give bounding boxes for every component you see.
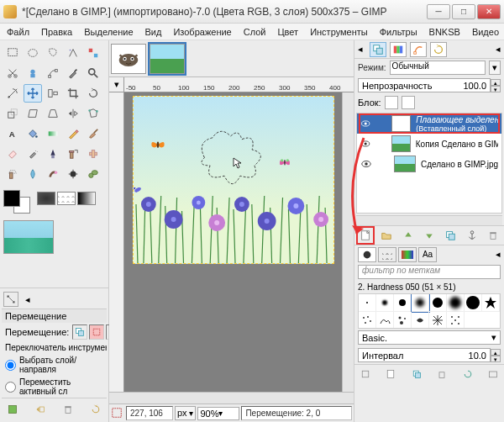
menu-bnksb[interactable]: BNKSB <box>424 25 465 39</box>
new-brush-button[interactable] <box>383 367 398 382</box>
crop-tool[interactable] <box>64 84 82 103</box>
brushes-tab[interactable] <box>358 247 376 262</box>
text-tool[interactable]: A <box>3 124 22 143</box>
close-button[interactable]: ✕ <box>477 4 501 19</box>
clone-tool[interactable] <box>64 145 82 163</box>
paths-tab[interactable] <box>410 42 427 57</box>
image-tab-1[interactable] <box>111 44 146 74</box>
flip-tool[interactable] <box>64 104 82 123</box>
measure-tool[interactable] <box>3 84 22 103</box>
active-brush-indicator[interactable] <box>37 192 55 205</box>
color-swatches[interactable] <box>3 190 30 214</box>
patterns-tab[interactable] <box>378 247 396 262</box>
shear-tool[interactable] <box>24 104 42 123</box>
blend-tool[interactable] <box>44 124 62 143</box>
visibility-eye-icon[interactable] <box>360 158 372 170</box>
delete-layer-button[interactable] <box>486 228 501 243</box>
layer-row-floating[interactable]: Плавающее выделение (Вставленный слой) <box>357 113 501 134</box>
perspective-clone-tool[interactable] <box>3 165 22 183</box>
menu-filters[interactable]: Фильтры <box>375 25 423 39</box>
quickmask-toggle[interactable] <box>111 407 124 420</box>
menu-image[interactable]: Изображение <box>168 25 236 39</box>
lock-alpha[interactable] <box>402 96 415 109</box>
pencil-tool[interactable] <box>64 124 82 143</box>
active-gradient-indicator[interactable] <box>77 192 96 205</box>
heal-tool[interactable] <box>84 145 102 163</box>
open-as-image-button[interactable] <box>486 367 501 382</box>
reset-options-icon[interactable] <box>88 402 103 417</box>
color-picker-tool[interactable] <box>64 64 82 82</box>
menu-edit[interactable]: Правка <box>36 25 77 39</box>
opacity-slider[interactable]: Непрозрачность 100.0 <box>358 78 491 92</box>
save-options-icon[interactable] <box>5 402 20 417</box>
active-image-thumb[interactable] <box>3 220 54 254</box>
move-layer-mode[interactable] <box>72 324 87 340</box>
delete-options-icon[interactable] <box>60 402 76 417</box>
opacity-spin-up[interactable]: ▴ <box>491 79 501 86</box>
pick-layer-radio[interactable] <box>5 360 16 371</box>
move-tool[interactable] <box>24 84 42 103</box>
menu-color[interactable]: Цвет <box>272 25 303 39</box>
paths-tool[interactable] <box>44 64 62 82</box>
airbrush-tool[interactable] <box>24 145 42 163</box>
duplicate-layer-button[interactable] <box>443 228 458 243</box>
cage-tool[interactable] <box>84 104 102 123</box>
spacing-spin-down[interactable]: ▾ <box>491 356 501 362</box>
ellipse-select-tool[interactable] <box>24 44 42 62</box>
ink-tool[interactable] <box>44 145 62 163</box>
menu-file[interactable]: Файл <box>2 25 34 39</box>
menu-video[interactable]: Видео <box>467 25 504 39</box>
channels-tab[interactable] <box>390 42 407 57</box>
vertical-scrollbar[interactable] <box>342 92 354 392</box>
blend-mode-select[interactable]: Обычный <box>390 61 486 75</box>
color-select-tool[interactable] <box>84 44 102 62</box>
fuzzy-select-tool[interactable] <box>64 44 82 62</box>
active-pattern-indicator[interactable] <box>57 192 76 205</box>
foreground-select-tool[interactable] <box>24 64 42 82</box>
gegl-tool[interactable] <box>84 165 102 183</box>
lock-pixels[interactable] <box>385 96 398 109</box>
new-group-button[interactable] <box>379 228 394 243</box>
gradients-tab[interactable] <box>398 247 417 262</box>
vertical-ruler[interactable] <box>109 92 124 392</box>
foreground-color[interactable] <box>3 190 20 207</box>
units-select[interactable]: px ▾ <box>175 406 196 420</box>
menu-layer[interactable]: Слой <box>239 25 271 39</box>
image-canvas[interactable] <box>133 96 334 264</box>
image-tab-2[interactable] <box>150 44 185 74</box>
lower-layer-button[interactable] <box>422 228 437 243</box>
minimize-button[interactable]: ─ <box>427 4 450 19</box>
perspective-tool[interactable] <box>44 104 62 123</box>
horizontal-ruler[interactable]: -50 50 100 150 200 250 300 350 400 <box>124 77 354 92</box>
smudge-tool[interactable] <box>44 165 62 183</box>
free-select-tool[interactable] <box>44 44 62 62</box>
raise-layer-button[interactable] <box>401 228 416 243</box>
brush-grid[interactable] <box>358 293 501 329</box>
menu-tools[interactable]: Инструменты <box>305 25 373 39</box>
visibility-eye-icon[interactable] <box>360 138 370 150</box>
dock-pin-icon[interactable]: ◂ <box>358 44 366 55</box>
blur-tool[interactable] <box>24 165 42 183</box>
rotate-tool[interactable] <box>84 84 102 103</box>
blend-mode-dropdown-icon[interactable]: ▾ <box>489 61 501 75</box>
edit-brush-button[interactable] <box>358 367 373 382</box>
paintbrush-tool[interactable] <box>84 124 102 143</box>
scale-tool[interactable] <box>3 104 22 123</box>
spacing-spin-up[interactable]: ▴ <box>491 349 501 356</box>
dock2-menu-arrow-icon[interactable]: ◂ <box>496 249 501 260</box>
layer-row-base[interactable]: Сделано в GIMP.jpg <box>357 154 501 174</box>
restore-options-icon[interactable] <box>33 402 48 417</box>
refresh-brushes-button[interactable] <box>460 367 475 382</box>
delete-brush-button[interactable] <box>434 367 449 382</box>
ruler-corner-icon[interactable]: ▾ <box>109 77 124 92</box>
bucket-fill-tool[interactable] <box>24 124 42 143</box>
align-tool[interactable] <box>44 84 62 103</box>
eraser-tool[interactable] <box>3 145 22 163</box>
tool-options-tab[interactable] <box>3 292 18 307</box>
zoom-tool[interactable] <box>84 64 102 82</box>
opacity-spin-down[interactable]: ▾ <box>491 86 501 92</box>
fonts-tab[interactable]: Aa <box>418 247 437 262</box>
layers-scroll[interactable] <box>356 215 502 225</box>
anchor-layer-button[interactable] <box>465 228 480 243</box>
layer-row-copy[interactable]: Копия Сделано в GIMP.j <box>357 134 501 154</box>
